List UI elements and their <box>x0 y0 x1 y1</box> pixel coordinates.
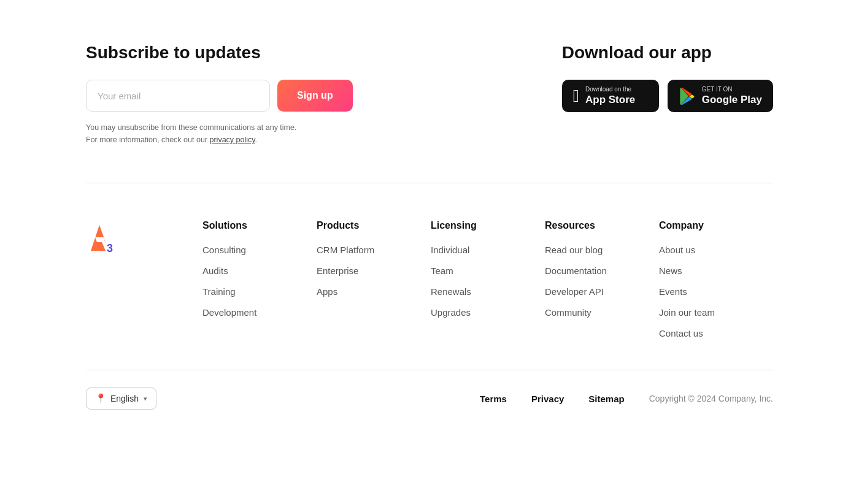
apple-icon:  <box>573 88 579 105</box>
list-item: CRM Platform <box>317 245 431 256</box>
subscribe-form: Sign up <box>86 80 353 112</box>
list-item: Upgrades <box>431 307 545 318</box>
google-play-badge[interactable]: GET IT ON Google Play <box>668 80 773 112</box>
list-item: News <box>659 265 773 277</box>
licensing-heading: Licensing <box>431 220 545 231</box>
link-renewals[interactable]: Renewals <box>431 286 471 297</box>
link-documentation[interactable]: Documentation <box>545 265 607 276</box>
link-development[interactable]: Development <box>202 307 256 318</box>
download-title: Download our app <box>562 43 773 63</box>
link-individual[interactable]: Individual <box>431 245 469 255</box>
list-item: Read our blog <box>545 245 659 256</box>
subscribe-note: You may unsubscribe from these communica… <box>86 121 353 146</box>
link-events[interactable]: Events <box>659 286 687 297</box>
link-training[interactable]: Training <box>202 286 236 297</box>
privacy-link[interactable]: Privacy <box>531 394 564 404</box>
footer-col-company: Company About us News Events Join our te… <box>659 220 773 339</box>
footer-col-resources: Resources Read our blog Documentation De… <box>545 220 659 339</box>
list-item: Documentation <box>545 265 659 277</box>
list-item: Join our team <box>659 307 773 318</box>
list-item: Training <box>202 286 317 297</box>
solutions-links: Consulting Audits Training Development <box>202 245 317 318</box>
globe-icon: 📍 <box>95 393 107 404</box>
footer-col-licensing: Licensing Individual Team Renewals Upgra… <box>431 220 545 339</box>
footer-col-products: Products CRM Platform Enterprise Apps <box>317 220 431 339</box>
subscribe-title: Subscribe to updates <box>86 43 353 63</box>
link-contact[interactable]: Contact us <box>659 328 703 338</box>
logo-svg: 3 <box>86 220 121 256</box>
products-heading: Products <box>317 220 431 231</box>
language-label: English <box>110 394 139 403</box>
list-item: Developer API <box>545 286 659 297</box>
link-about[interactable]: About us <box>659 245 695 255</box>
language-selector[interactable]: 📍 English ▾ <box>86 388 156 410</box>
licensing-links: Individual Team Renewals Upgrades <box>431 245 545 318</box>
app-badges:  Download on the App Store GET IT ON <box>562 80 773 112</box>
google-play-icon <box>679 88 696 105</box>
bottom-links: Terms Privacy Sitemap Copyright © 2024 C… <box>480 394 773 404</box>
link-dev-api[interactable]: Developer API <box>545 286 604 297</box>
email-input[interactable] <box>86 80 270 112</box>
app-store-text: Download on the App Store <box>585 86 635 106</box>
list-item: Renewals <box>431 286 545 297</box>
list-item: Community <box>545 307 659 318</box>
svg-text:3: 3 <box>107 242 113 254</box>
list-item: Individual <box>431 245 545 256</box>
company-links: About us News Events Join our team Conta… <box>659 245 773 339</box>
google-play-text: GET IT ON Google Play <box>702 86 762 106</box>
solutions-heading: Solutions <box>202 220 317 231</box>
sitemap-link[interactable]: Sitemap <box>588 394 624 404</box>
terms-link[interactable]: Terms <box>480 394 507 404</box>
list-item: Team <box>431 265 545 277</box>
link-apps[interactable]: Apps <box>317 286 337 297</box>
link-community[interactable]: Community <box>545 307 591 318</box>
list-item: Enterprise <box>317 265 431 277</box>
link-team[interactable]: Team <box>431 265 453 276</box>
footer-nav: 3 Solutions Consulting Audits Training D… <box>86 183 773 370</box>
link-join[interactable]: Join our team <box>659 307 715 318</box>
footer-logo: 3 <box>86 220 190 258</box>
company-heading: Company <box>659 220 773 231</box>
chevron-down-icon: ▾ <box>144 395 147 403</box>
link-upgrades[interactable]: Upgrades <box>431 307 471 318</box>
bottom-bar: 📍 English ▾ Terms Privacy Sitemap Copyri… <box>86 370 773 427</box>
list-item: Contact us <box>659 328 773 339</box>
link-audits[interactable]: Audits <box>202 265 228 276</box>
footer-col-solutions: Solutions Consulting Audits Training Dev… <box>202 220 317 339</box>
link-consulting[interactable]: Consulting <box>202 245 246 255</box>
privacy-policy-link[interactable]: privacy policy <box>209 136 255 144</box>
resources-heading: Resources <box>545 220 659 231</box>
footer-columns: Solutions Consulting Audits Training Dev… <box>202 220 773 339</box>
signup-button[interactable]: Sign up <box>277 80 353 112</box>
list-item: Apps <box>317 286 431 297</box>
link-news[interactable]: News <box>659 265 682 276</box>
link-crm[interactable]: CRM Platform <box>317 245 374 255</box>
list-item: Events <box>659 286 773 297</box>
list-item: Audits <box>202 265 317 277</box>
products-links: CRM Platform Enterprise Apps <box>317 245 431 297</box>
resources-links: Read our blog Documentation Developer AP… <box>545 245 659 318</box>
copyright-text: Copyright © 2024 Company, Inc. <box>649 394 773 403</box>
link-blog[interactable]: Read our blog <box>545 245 603 255</box>
link-enterprise[interactable]: Enterprise <box>317 265 358 276</box>
app-store-badge[interactable]:  Download on the App Store <box>562 80 659 112</box>
download-section: Download our app  Download on the App S… <box>562 43 773 112</box>
list-item: About us <box>659 245 773 256</box>
list-item: Development <box>202 307 317 318</box>
list-item: Consulting <box>202 245 317 256</box>
